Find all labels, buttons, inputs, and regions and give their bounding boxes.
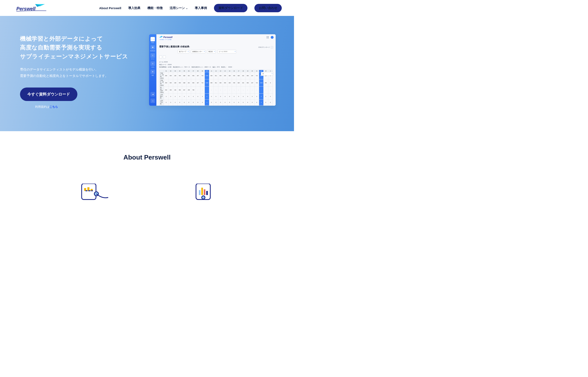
site-header: Perswell About Perswell 導入効果 機能・特徴 活用シーン… <box>0 0 294 16</box>
hero-screenshot: ⌂ Home ▦ Dashboard ▯ データ ◎ モデル ✿ 設定 ◢ △ … <box>147 34 294 109</box>
period-select-wrap: 月 <box>261 72 273 76</box>
hero-subtext: 専任のデータサイエンティストがモデル構築を行い、 需要予測の自動化と精度向上をト… <box>20 67 147 79</box>
sidebar-home-label: Home <box>151 42 154 43</box>
breadcrumb: ‹ HOME > データ予測 <box>159 39 273 41</box>
sidebar-data-label: データ <box>151 58 154 59</box>
nav-feature[interactable]: 機能・特徴 <box>147 6 163 10</box>
product-meta: ビール XXXX 商品コード：XXXX 発注締時刻：12:00 商品発注ロット：… <box>159 61 273 69</box>
about-section: About Perswell <box>0 131 294 200</box>
svg-point-8 <box>91 190 93 191</box>
sidebar-chart-icon[interactable]: ◢ <box>150 92 155 96</box>
filter-center[interactable]: 全物流センター <box>191 50 205 53</box>
product-name: ビール XXXX <box>159 61 273 63</box>
breadcrumb-separator: > <box>164 39 165 40</box>
breadcrumb-home[interactable]: HOME <box>160 39 164 40</box>
product-info-line: 発注締時刻：12:00 商品発注ロット：72ケース 発送先発注ロット：150ケー… <box>159 66 273 69</box>
hero-h1-line2: 高度な自動需要予測を実現する <box>20 44 102 51</box>
hero-p-line2: 需要予測の自動化と精度向上をトータルでサポートします。 <box>20 74 108 78</box>
app-main: Perswell ‹ HOME > データ予測 需要予測と最適在庫-分析結果- … <box>156 34 276 106</box>
product-code: 商品コード：XXXX <box>159 63 273 66</box>
hero-p-line1: 専任のデータサイエンティストがモデル構築を行い、 <box>20 68 98 71</box>
breadcrumb-current: データ予測 <box>165 39 171 40</box>
csv-download[interactable]: CSVダウンロード↓ <box>258 46 273 48</box>
sidebar-settings-icon[interactable]: ✿ <box>150 70 155 74</box>
calendar-icon[interactable] <box>163 56 166 58</box>
sidebar-bell-icon[interactable]: △ <box>150 98 155 103</box>
filter-value[interactable]: ビール XXXX <box>218 50 236 53</box>
svg-point-7 <box>89 190 90 191</box>
svg-rect-12 <box>201 188 203 195</box>
calendar-toggle <box>159 56 273 58</box>
svg-rect-14 <box>206 191 208 195</box>
forecast-table: 0102030405060708091011121314151617181920… <box>159 70 273 106</box>
hero-section: 機械学習と外部データによって 高度な自動需要予測を実現する サプライチェーンマネ… <box>0 16 294 131</box>
product-code-value: XXXX <box>168 64 172 65</box>
svg-rect-11 <box>199 190 200 195</box>
hero-cta-button[interactable]: 今すぐ資料ダウンロード <box>20 88 77 101</box>
hero-copy: 機械学習と外部データによって 高度な自動需要予測を実現する サプライチェーンマネ… <box>0 34 147 109</box>
hero-headline: 機械学習と外部データによって 高度な自動需要予測を実現する サプライチェーンマネ… <box>20 34 147 61</box>
hero-h1-line3: サプライチェーンマネジメントサービス <box>20 53 128 59</box>
sidebar-dashboard-icon[interactable]: ▦ <box>150 45 155 49</box>
app-preview: ⌂ Home ▦ Dashboard ▯ データ ◎ モデル ✿ 設定 ◢ △ … <box>149 34 276 106</box>
sidebar-data-icon[interactable]: ▯ <box>150 53 155 58</box>
about-title: About Perswell <box>0 154 294 161</box>
sidebar-settings-label: 設定 <box>152 75 154 76</box>
csv-download-label: CSVダウンロード <box>258 47 270 48</box>
nav-about[interactable]: About Perswell <box>99 6 121 10</box>
contact-button[interactable]: お問い合わせ <box>254 4 282 12</box>
illustration-left <box>69 184 110 200</box>
filter-row: 全グループ 全物流センター 商品名 ビール XXXX <box>178 50 273 53</box>
site-logo[interactable]: Perswell <box>16 4 47 12</box>
sidebar-model-label: モデル <box>151 67 154 68</box>
app-menu-icon[interactable] <box>267 36 269 38</box>
app-sidebar: ⌂ Home ▦ Dashboard ▯ データ ◎ モデル ✿ 設定 ◢ △ <box>149 34 156 106</box>
nav-scene-label: 活用シーン <box>170 6 185 10</box>
grid-view-icon[interactable] <box>159 56 162 58</box>
download-icon: ↓ <box>271 46 273 48</box>
sidebar-model-icon[interactable]: ◎ <box>150 61 155 66</box>
chevron-down-icon: ⌄ <box>186 7 188 10</box>
terms-line: 利用規約はこちら <box>20 105 73 109</box>
terms-prefix: 利用規約は <box>35 105 49 108</box>
terms-link[interactable]: こちら <box>49 105 58 108</box>
nav-effect[interactable]: 導入効果 <box>128 6 140 10</box>
app-title: 需要予測と最適在庫-分析結果- <box>159 45 273 48</box>
sidebar-dashboard-label: Dashboard <box>150 50 155 51</box>
product-code-label: 商品コード： <box>159 64 168 65</box>
filter-group[interactable]: 全グループ <box>178 50 189 53</box>
hero-h1-line1: 機械学習と外部データによって <box>20 35 103 42</box>
main-nav: About Perswell 導入効果 機能・特徴 活用シーン⌄ 導入事例 資料… <box>99 4 282 12</box>
filter-product[interactable]: 商品名 <box>207 50 216 53</box>
sidebar-home-icon[interactable]: ⌂ <box>150 37 155 41</box>
nav-cases[interactable]: 導入事例 <box>195 6 207 10</box>
svg-point-6 <box>86 190 87 191</box>
svg-rect-1 <box>82 184 96 200</box>
download-button[interactable]: 資料ダウンロード <box>214 4 247 12</box>
svg-point-15 <box>202 196 205 199</box>
period-select[interactable]: 月 <box>261 72 273 76</box>
illustration-row <box>0 184 294 200</box>
illustration-right <box>184 184 225 200</box>
app-logo: Perswell <box>159 36 273 38</box>
svg-rect-13 <box>204 189 205 195</box>
svg-rect-3 <box>84 188 86 191</box>
nav-scene[interactable]: 活用シーン⌄ <box>170 6 188 10</box>
avatar[interactable] <box>271 36 274 39</box>
